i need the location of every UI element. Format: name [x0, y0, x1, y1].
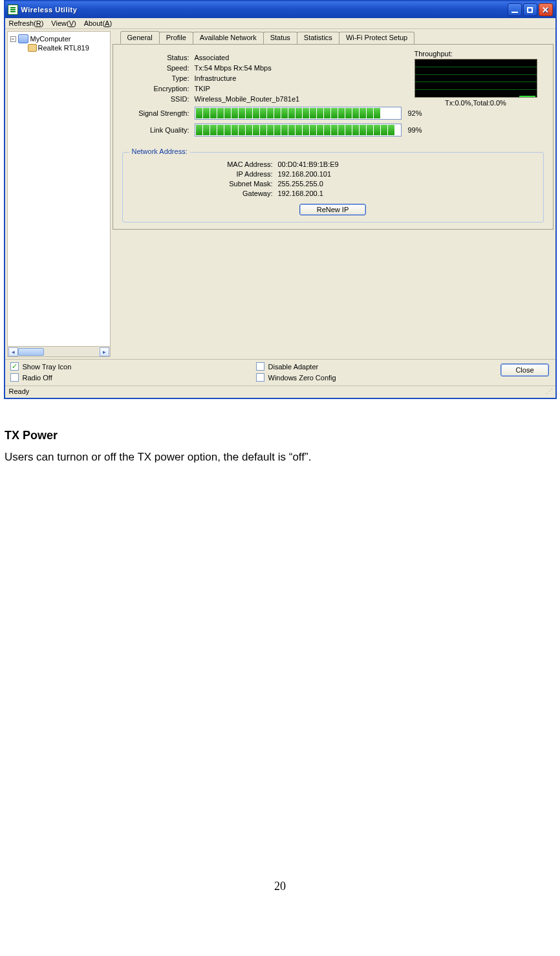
close-button[interactable]: Close — [501, 364, 548, 376]
menu-refresh[interactable]: Refresh(R) — [9, 19, 44, 27]
tree-root-node[interactable]: − MyComputer — [10, 34, 107, 43]
client-area: − MyComputer Realtek RTL819 ◂ ▸ General — [5, 29, 555, 359]
document-body: TX Power Users can turnon or off the TX … — [0, 399, 560, 466]
throughput-label: Throughput: — [415, 50, 537, 58]
type-label: Type: — [122, 74, 195, 82]
zero-config-checkbox[interactable] — [256, 373, 264, 382]
network-address-group: Network Address: MAC Address: 00:D0:41:B… — [122, 152, 544, 223]
disable-adapter-checkbox[interactable] — [256, 362, 264, 371]
mac-value: 00:D0:41:B9:1B:E9 — [278, 160, 339, 168]
throughput-caption: Tx:0.0%,Total:0.0% — [415, 99, 537, 107]
throughput-graph — [415, 59, 537, 98]
minimize-button[interactable] — [508, 3, 522, 16]
tree-adapter-label: Realtek RTL819 — [38, 44, 89, 52]
close-window-button[interactable] — [539, 3, 553, 16]
tab-wifi-protect[interactable]: Wi-Fi Protect Setup — [339, 32, 415, 45]
tab-strip: General Profile Available Network Status… — [113, 31, 554, 44]
adapter-icon — [27, 43, 36, 52]
disable-adapter-label: Disable Adapter — [268, 363, 319, 371]
signal-pct: 92% — [408, 109, 422, 117]
tree-panel: − MyComputer Realtek RTL819 ◂ ▸ — [7, 31, 111, 357]
window-title: Wireless Utility — [21, 6, 508, 14]
gateway-label: Gateway: — [129, 190, 278, 197]
statusbar: Ready ⋰ — [5, 386, 555, 398]
resize-grip-icon[interactable]: ⋰ — [546, 387, 552, 396]
status-label: Status: — [122, 54, 195, 61]
tree-scrollbar[interactable]: ◂ ▸ — [8, 346, 110, 356]
doc-heading: TX Power — [5, 429, 555, 442]
scroll-left-icon[interactable]: ◂ — [8, 347, 18, 356]
show-tray-label: Show Tray Icon — [23, 363, 72, 371]
tab-available-network[interactable]: Available Network — [193, 32, 264, 45]
link-pct: 99% — [408, 126, 422, 134]
link-quality-bar — [195, 124, 402, 136]
tab-status[interactable]: Status — [263, 32, 297, 45]
ssid-label: SSID: — [122, 95, 195, 103]
tree-adapter-node[interactable]: Realtek RTL819 — [27, 43, 107, 52]
mac-label: MAC Address: — [129, 160, 278, 168]
tab-content-general: Throughput: Tx:0.0%,Total:0.0% Status: A… — [113, 44, 554, 230]
tree-collapse-icon[interactable]: − — [10, 36, 16, 42]
menubar: Refresh(R) View(V) About(A) — [5, 18, 555, 29]
signal-label: Signal Strength: — [122, 109, 195, 117]
tab-profile[interactable]: Profile — [159, 32, 193, 45]
bottom-bar: ✓ Show Tray Icon Radio Off Disable Adapt… — [5, 359, 555, 386]
scroll-right-icon[interactable]: ▸ — [100, 347, 109, 356]
titlebar: Wireless Utility — [5, 1, 555, 18]
link-label: Link Quality: — [122, 126, 195, 134]
right-panel: General Profile Available Network Status… — [113, 31, 554, 357]
throughput-widget: Throughput: Tx:0.0%,Total:0.0% — [415, 50, 537, 107]
computer-icon — [18, 34, 28, 43]
network-address-title: Network Address: — [129, 147, 190, 155]
subnet-label: Subnet Mask: — [129, 180, 278, 188]
encryption-label: Encryption: — [122, 85, 195, 92]
tab-general[interactable]: General — [120, 31, 160, 44]
menu-about[interactable]: About(A) — [84, 19, 112, 27]
status-text: Ready — [9, 387, 30, 396]
radio-off-checkbox[interactable] — [10, 373, 19, 382]
ip-label: IP Address: — [129, 170, 278, 178]
tree-root-label: MyComputer — [30, 35, 71, 43]
signal-strength-bar — [195, 107, 402, 120]
subnet-value: 255.255.255.0 — [278, 180, 323, 188]
show-tray-checkbox[interactable]: ✓ — [10, 362, 19, 371]
tab-statistics[interactable]: Statistics — [297, 32, 339, 45]
speed-label: Speed: — [122, 64, 195, 72]
app-icon — [8, 5, 18, 15]
radio-off-label: Radio Off — [23, 374, 52, 382]
renew-ip-button[interactable]: ReNew IP — [299, 204, 367, 215]
ip-value: 192.168.200.101 — [278, 170, 332, 178]
gateway-value: 192.168.200.1 — [278, 190, 323, 197]
menu-view[interactable]: View(V) — [51, 19, 76, 27]
app-window: Wireless Utility Refresh(R) View(V) Abou… — [4, 0, 557, 399]
page-number: 20 — [0, 880, 560, 906]
zero-config-label: Windows Zero Config — [268, 374, 336, 382]
scroll-thumb[interactable] — [18, 348, 44, 356]
doc-paragraph: Users can turnon or off the TX power opt… — [5, 449, 555, 466]
maximize-button[interactable] — [523, 3, 537, 16]
